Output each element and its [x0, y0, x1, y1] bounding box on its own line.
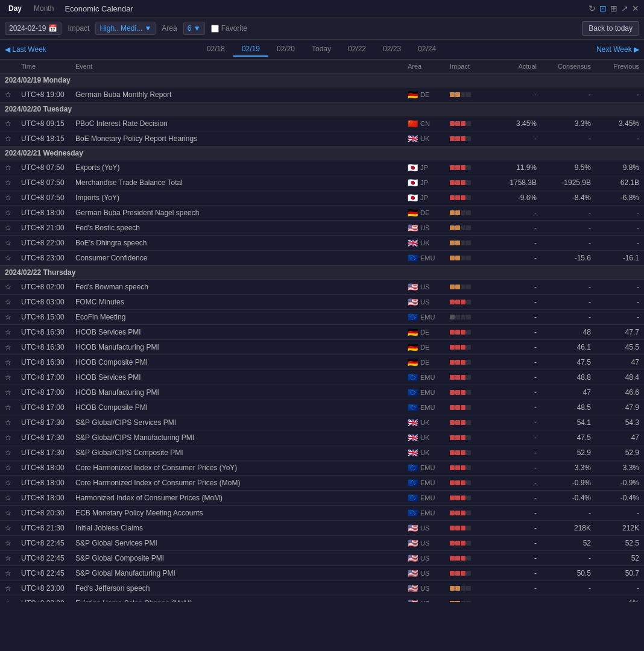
favorite-checkbox-container[interactable]: Favorite — [211, 24, 247, 33]
favorite-checkbox[interactable] — [211, 25, 219, 33]
table-row[interactable]: ☆ UTC+8 18:00 Harmonized Index of Consum… — [0, 491, 644, 506]
star-cell[interactable]: ☆ — [0, 325, 16, 340]
star-cell[interactable]: ☆ — [0, 400, 16, 415]
star-cell[interactable]: ☆ — [0, 521, 16, 536]
star-cell[interactable]: ☆ — [0, 370, 16, 385]
table-row[interactable]: ☆ UTC+8 23:00 Fed's Jefferson speech 🇺🇸 … — [0, 581, 644, 596]
calendar-scroll-area[interactable]: Time Event Area Impact Actual Consensus … — [0, 60, 644, 602]
star-cell[interactable]: ☆ — [0, 491, 16, 506]
star-cell[interactable]: ☆ — [0, 160, 16, 175]
star-cell[interactable]: ☆ — [0, 251, 16, 266]
consensus-cell: - — [541, 280, 596, 295]
date-value: 2024-02-19 — [9, 24, 46, 33]
star-cell[interactable]: ☆ — [0, 476, 16, 491]
table-row[interactable]: ☆ UTC+8 03:00 FOMC Minutes 🇺🇸 US - - - — [0, 295, 644, 310]
star-cell[interactable]: ☆ — [0, 536, 16, 551]
date-tab-0222[interactable]: 02/22 — [339, 42, 374, 57]
flag-icon: 🇩🇪 — [408, 357, 418, 367]
last-week-button[interactable]: ◀ Last Week — [5, 45, 46, 54]
star-cell[interactable]: ☆ — [0, 236, 16, 251]
table-row[interactable]: ☆ UTC+8 09:15 PBoC Interest Rate Decisio… — [0, 116, 644, 131]
star-cell[interactable]: ☆ — [0, 415, 16, 430]
close-icon[interactable]: ✕ — [632, 4, 639, 13]
star-cell[interactable]: ☆ — [0, 385, 16, 400]
table-row[interactable]: ☆ UTC+8 02:00 Fed's Bowman speech 🇺🇸 US … — [0, 280, 644, 295]
table-row[interactable]: ☆ UTC+8 18:00 Core Harmonized Index of C… — [0, 461, 644, 476]
date-tab-0218[interactable]: 02/18 — [198, 42, 233, 57]
date-tab-today[interactable]: Today — [303, 42, 339, 57]
table-row[interactable]: ☆ UTC+8 17:30 S&P Global/CIPS Composite … — [0, 445, 644, 461]
month-tab[interactable]: Month — [30, 2, 57, 14]
expand-icon[interactable]: ↗ — [621, 4, 628, 13]
star-cell[interactable]: ☆ — [0, 131, 16, 146]
table-row[interactable]: ☆ UTC+8 07:50 Merchandise Trade Balance … — [0, 175, 644, 190]
table-row[interactable]: ☆ UTC+8 22:45 S&P Global Manufacturing P… — [0, 566, 644, 581]
date-tab-0223[interactable]: 02/23 — [374, 42, 409, 57]
table-row[interactable]: ☆ UTC+8 20:30 ECB Monetary Policy Meetin… — [0, 506, 644, 521]
star-cell[interactable]: ☆ — [0, 116, 16, 131]
date-tab-0220[interactable]: 02/20 — [268, 42, 303, 57]
table-row[interactable]: ☆ UTC+8 16:30 HCOB Composite PMI 🇩🇪 DE -… — [0, 355, 644, 370]
table-row[interactable]: ☆ UTC+8 17:00 HCOB Manufacturing PMI 🇪🇺 … — [0, 385, 644, 400]
star-cell[interactable]: ☆ — [0, 310, 16, 325]
event-cell: Fed's Bowman speech — [71, 280, 403, 295]
impact-select[interactable]: High.. Medi... ▼ — [95, 22, 156, 35]
star-cell[interactable]: ☆ — [0, 551, 16, 566]
table-row[interactable]: ☆ UTC+8 22:00 BoE's Dhingra speech 🇬🇧 UK… — [0, 236, 644, 251]
star-cell[interactable]: ☆ — [0, 445, 16, 461]
star-cell[interactable]: ☆ — [0, 87, 16, 102]
flag-icon: 🇪🇺 — [408, 403, 418, 412]
star-cell[interactable]: ☆ — [0, 461, 16, 476]
next-week-button[interactable]: Next Week ▶ — [596, 45, 639, 54]
chevron-down-icon-2: ▼ — [194, 24, 201, 33]
day-tab[interactable]: Day — [5, 2, 25, 14]
table-row[interactable]: ☆ UTC+8 21:00 Fed's Bostic speech 🇺🇸 US … — [0, 221, 644, 236]
star-cell[interactable]: ☆ — [0, 566, 16, 581]
table-row[interactable]: ☆ UTC+8 18:15 BoE Monetary Policy Report… — [0, 131, 644, 146]
star-cell[interactable]: ☆ — [0, 581, 16, 596]
table-row[interactable]: ☆ UTC+8 16:30 HCOB Services PMI 🇩🇪 DE - … — [0, 325, 644, 340]
table-row[interactable]: ☆ UTC+8 07:50 Imports (YoY) 🇯🇵 JP -9.6% … — [0, 190, 644, 206]
star-cell[interactable]: ☆ — [0, 280, 16, 295]
star-cell[interactable]: ☆ — [0, 206, 16, 221]
calendar-icon[interactable]: 📅 — [48, 24, 57, 33]
table-row[interactable]: ☆ UTC+8 07:50 Exports (YoY) 🇯🇵 JP 11.9% … — [0, 160, 644, 175]
table-row[interactable]: ☆ UTC+8 17:00 HCOB Composite PMI 🇪🇺 EMU … — [0, 400, 644, 415]
consensus-cell: 47.5 — [541, 355, 596, 370]
star-cell[interactable]: ☆ — [0, 596, 16, 603]
date-picker[interactable]: 2024-02-19 📅 — [5, 22, 62, 35]
star-cell[interactable]: ☆ — [0, 355, 16, 370]
table-row[interactable]: ☆ UTC+8 18:00 German Buba President Nage… — [0, 206, 644, 221]
star-cell[interactable]: ☆ — [0, 221, 16, 236]
star-cell[interactable]: ☆ — [0, 295, 16, 310]
star-cell[interactable]: ☆ — [0, 340, 16, 355]
star-cell[interactable]: ☆ — [0, 190, 16, 206]
refresh-icon[interactable]: ↻ — [589, 4, 596, 13]
table-row[interactable]: ☆ UTC+8 19:00 German Buba Monthly Report… — [0, 87, 644, 102]
back-today-button[interactable]: Back to today — [582, 21, 639, 36]
date-tab-0219[interactable]: 02/19 — [233, 42, 268, 57]
table-row[interactable]: ☆ UTC+8 17:30 S&P Global/CIPS Services P… — [0, 415, 644, 430]
table-row[interactable]: ☆ UTC+8 21:30 Initial Jobless Claims 🇺🇸 … — [0, 521, 644, 536]
area-select[interactable]: 6 ▼ — [183, 22, 205, 35]
grid-icon[interactable]: ⊞ — [610, 4, 617, 13]
table-row[interactable]: ☆ UTC+8 18:00 Core Harmonized Index of C… — [0, 476, 644, 491]
table-row[interactable]: ☆ UTC+8 23:00 Existing Home Sales Change… — [0, 596, 644, 603]
table-row[interactable]: ☆ UTC+8 22:45 S&P Global Composite PMI 🇺… — [0, 551, 644, 566]
event-cell: S&P Global Manufacturing PMI — [71, 566, 403, 581]
previous-cell: -1% — [596, 596, 644, 603]
table-row[interactable]: ☆ UTC+8 17:30 S&P Global/CIPS Manufactur… — [0, 430, 644, 445]
table-row[interactable]: ☆ UTC+8 16:30 HCOB Manufacturing PMI 🇩🇪 … — [0, 340, 644, 355]
restore-icon[interactable]: ⊡ — [599, 4, 607, 13]
country-code: EMU — [420, 389, 435, 396]
table-row[interactable]: ☆ UTC+8 23:00 Consumer Confidence 🇪🇺 EMU… — [0, 251, 644, 266]
date-tab-0224[interactable]: 02/24 — [409, 42, 444, 57]
star-cell[interactable]: ☆ — [0, 175, 16, 190]
impact-cell — [445, 461, 493, 476]
table-row[interactable]: ☆ UTC+8 15:00 EcoFin Meeting 🇪🇺 EMU - - … — [0, 310, 644, 325]
time-cell: UTC+8 17:00 — [16, 400, 71, 415]
star-cell[interactable]: ☆ — [0, 430, 16, 445]
table-row[interactable]: ☆ UTC+8 22:45 S&P Global Services PMI 🇺🇸… — [0, 536, 644, 551]
star-cell[interactable]: ☆ — [0, 506, 16, 521]
table-row[interactable]: ☆ UTC+8 17:00 HCOB Services PMI 🇪🇺 EMU -… — [0, 370, 644, 385]
